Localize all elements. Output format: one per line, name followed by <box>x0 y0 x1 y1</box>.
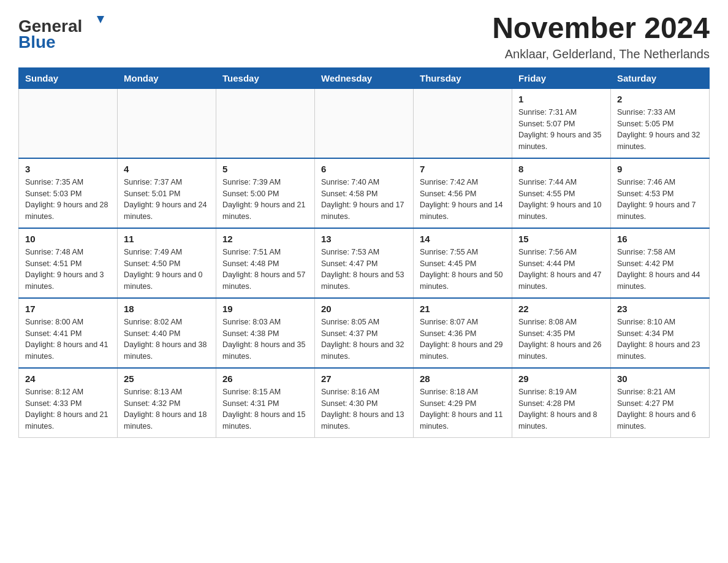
calendar-cell: 28Sunrise: 8:18 AM Sunset: 4:29 PM Dayli… <box>414 368 512 438</box>
day-info: Sunrise: 8:05 AM Sunset: 4:37 PM Dayligh… <box>321 316 407 362</box>
calendar-cell: 1Sunrise: 7:31 AM Sunset: 5:07 PM Daylig… <box>512 88 611 158</box>
calendar-cell: 23Sunrise: 8:10 AM Sunset: 4:34 PM Dayli… <box>611 298 710 368</box>
day-number: 24 <box>25 373 111 384</box>
logo: General Blue <box>18 12 116 55</box>
day-info: Sunrise: 7:58 AM Sunset: 4:42 PM Dayligh… <box>617 247 703 293</box>
calendar-cell: 2Sunrise: 7:33 AM Sunset: 5:05 PM Daylig… <box>611 88 710 158</box>
day-info: Sunrise: 7:51 AM Sunset: 4:48 PM Dayligh… <box>222 247 308 293</box>
calendar-cell: 8Sunrise: 7:44 AM Sunset: 4:55 PM Daylig… <box>512 158 611 228</box>
calendar-cell <box>315 88 414 158</box>
calendar-cell: 30Sunrise: 8:21 AM Sunset: 4:27 PM Dayli… <box>611 368 710 438</box>
day-number: 14 <box>420 234 506 244</box>
day-info: Sunrise: 8:03 AM Sunset: 4:38 PM Dayligh… <box>222 316 308 362</box>
day-info: Sunrise: 8:10 AM Sunset: 4:34 PM Dayligh… <box>617 316 703 362</box>
day-info: Sunrise: 7:37 AM Sunset: 5:01 PM Dayligh… <box>124 177 210 223</box>
day-number: 27 <box>321 373 407 384</box>
day-number: 17 <box>25 304 111 314</box>
calendar-cell <box>118 88 216 158</box>
day-info: Sunrise: 8:00 AM Sunset: 4:41 PM Dayligh… <box>25 316 111 362</box>
day-info: Sunrise: 8:16 AM Sunset: 4:30 PM Dayligh… <box>321 386 407 432</box>
calendar-cell: 21Sunrise: 8:07 AM Sunset: 4:36 PM Dayli… <box>414 298 512 368</box>
calendar-header-friday: Friday <box>512 67 611 88</box>
page-header: General Blue November 2024 Anklaar, Geld… <box>18 12 710 61</box>
calendar-cell: 7Sunrise: 7:42 AM Sunset: 4:56 PM Daylig… <box>414 158 512 228</box>
location-title: Anklaar, Gelderland, The Netherlands <box>492 47 710 61</box>
calendar-cell <box>216 88 315 158</box>
calendar-cell: 5Sunrise: 7:39 AM Sunset: 5:00 PM Daylig… <box>216 158 315 228</box>
calendar-cell: 10Sunrise: 7:48 AM Sunset: 4:51 PM Dayli… <box>19 228 118 298</box>
calendar-cell: 29Sunrise: 8:19 AM Sunset: 4:28 PM Dayli… <box>512 368 611 438</box>
day-number: 12 <box>222 234 308 244</box>
calendar-cell: 18Sunrise: 8:02 AM Sunset: 4:40 PM Dayli… <box>118 298 216 368</box>
calendar-header-sunday: Sunday <box>19 67 118 88</box>
day-number: 21 <box>420 304 506 314</box>
day-number: 5 <box>222 164 308 174</box>
calendar-header-saturday: Saturday <box>611 67 710 88</box>
calendar-header-monday: Monday <box>118 67 216 88</box>
calendar-header-thursday: Thursday <box>414 67 512 88</box>
day-number: 6 <box>321 164 407 174</box>
day-info: Sunrise: 7:42 AM Sunset: 4:56 PM Dayligh… <box>420 177 506 223</box>
calendar-cell: 11Sunrise: 7:49 AM Sunset: 4:50 PM Dayli… <box>118 228 216 298</box>
day-number: 26 <box>222 373 308 384</box>
calendar-cell: 17Sunrise: 8:00 AM Sunset: 4:41 PM Dayli… <box>19 298 118 368</box>
calendar-cell: 16Sunrise: 7:58 AM Sunset: 4:42 PM Dayli… <box>611 228 710 298</box>
day-number: 9 <box>617 164 703 174</box>
day-info: Sunrise: 7:46 AM Sunset: 4:53 PM Dayligh… <box>617 177 703 223</box>
calendar-cell: 19Sunrise: 8:03 AM Sunset: 4:38 PM Dayli… <box>216 298 315 368</box>
calendar-cell: 9Sunrise: 7:46 AM Sunset: 4:53 PM Daylig… <box>611 158 710 228</box>
calendar-cell: 27Sunrise: 8:16 AM Sunset: 4:30 PM Dayli… <box>315 368 414 438</box>
day-info: Sunrise: 8:15 AM Sunset: 4:31 PM Dayligh… <box>222 386 308 432</box>
calendar-cell: 22Sunrise: 8:08 AM Sunset: 4:35 PM Dayli… <box>512 298 611 368</box>
day-number: 1 <box>518 94 604 104</box>
calendar-cell: 15Sunrise: 7:56 AM Sunset: 4:44 PM Dayli… <box>512 228 611 298</box>
day-number: 23 <box>617 304 703 314</box>
calendar-cell: 12Sunrise: 7:51 AM Sunset: 4:48 PM Dayli… <box>216 228 315 298</box>
day-number: 7 <box>420 164 506 174</box>
day-number: 3 <box>25 164 111 174</box>
day-info: Sunrise: 7:39 AM Sunset: 5:00 PM Dayligh… <box>222 177 308 223</box>
day-number: 8 <box>518 164 604 174</box>
day-info: Sunrise: 8:19 AM Sunset: 4:28 PM Dayligh… <box>518 386 604 432</box>
day-info: Sunrise: 7:56 AM Sunset: 4:44 PM Dayligh… <box>518 247 604 293</box>
day-info: Sunrise: 8:21 AM Sunset: 4:27 PM Dayligh… <box>617 386 703 432</box>
day-info: Sunrise: 8:02 AM Sunset: 4:40 PM Dayligh… <box>124 316 210 362</box>
day-info: Sunrise: 7:35 AM Sunset: 5:03 PM Dayligh… <box>25 177 111 223</box>
day-number: 2 <box>617 94 703 104</box>
day-number: 29 <box>518 373 604 384</box>
day-number: 20 <box>321 304 407 314</box>
calendar-week-row: 3Sunrise: 7:35 AM Sunset: 5:03 PM Daylig… <box>19 158 710 228</box>
day-info: Sunrise: 7:53 AM Sunset: 4:47 PM Dayligh… <box>321 247 407 293</box>
day-info: Sunrise: 7:33 AM Sunset: 5:05 PM Dayligh… <box>617 107 703 153</box>
day-number: 18 <box>124 304 210 314</box>
calendar-week-row: 24Sunrise: 8:12 AM Sunset: 4:33 PM Dayli… <box>19 368 710 438</box>
logo-svg: General Blue <box>18 12 116 55</box>
day-info: Sunrise: 7:55 AM Sunset: 4:45 PM Dayligh… <box>420 247 506 293</box>
day-number: 4 <box>124 164 210 174</box>
calendar-cell: 13Sunrise: 7:53 AM Sunset: 4:47 PM Dayli… <box>315 228 414 298</box>
day-number: 11 <box>124 234 210 244</box>
day-info: Sunrise: 7:40 AM Sunset: 4:58 PM Dayligh… <box>321 177 407 223</box>
day-info: Sunrise: 8:08 AM Sunset: 4:35 PM Dayligh… <box>518 316 604 362</box>
calendar-cell <box>414 88 512 158</box>
svg-marker-1 <box>97 16 104 23</box>
calendar-cell: 20Sunrise: 8:05 AM Sunset: 4:37 PM Dayli… <box>315 298 414 368</box>
day-number: 16 <box>617 234 703 244</box>
day-info: Sunrise: 7:49 AM Sunset: 4:50 PM Dayligh… <box>124 247 210 293</box>
day-info: Sunrise: 8:12 AM Sunset: 4:33 PM Dayligh… <box>25 386 111 432</box>
day-number: 22 <box>518 304 604 314</box>
day-number: 15 <box>518 234 604 244</box>
calendar-cell: 24Sunrise: 8:12 AM Sunset: 4:33 PM Dayli… <box>19 368 118 438</box>
day-info: Sunrise: 8:13 AM Sunset: 4:32 PM Dayligh… <box>124 386 210 432</box>
calendar-cell: 26Sunrise: 8:15 AM Sunset: 4:31 PM Dayli… <box>216 368 315 438</box>
calendar-header-wednesday: Wednesday <box>315 67 414 88</box>
calendar-cell: 14Sunrise: 7:55 AM Sunset: 4:45 PM Dayli… <box>414 228 512 298</box>
calendar-week-row: 1Sunrise: 7:31 AM Sunset: 5:07 PM Daylig… <box>19 88 710 158</box>
day-info: Sunrise: 7:44 AM Sunset: 4:55 PM Dayligh… <box>518 177 604 223</box>
day-number: 13 <box>321 234 407 244</box>
svg-text:Blue: Blue <box>18 33 56 52</box>
day-info: Sunrise: 7:48 AM Sunset: 4:51 PM Dayligh… <box>25 247 111 293</box>
day-number: 25 <box>124 373 210 384</box>
calendar-cell: 3Sunrise: 7:35 AM Sunset: 5:03 PM Daylig… <box>19 158 118 228</box>
day-info: Sunrise: 8:07 AM Sunset: 4:36 PM Dayligh… <box>420 316 506 362</box>
